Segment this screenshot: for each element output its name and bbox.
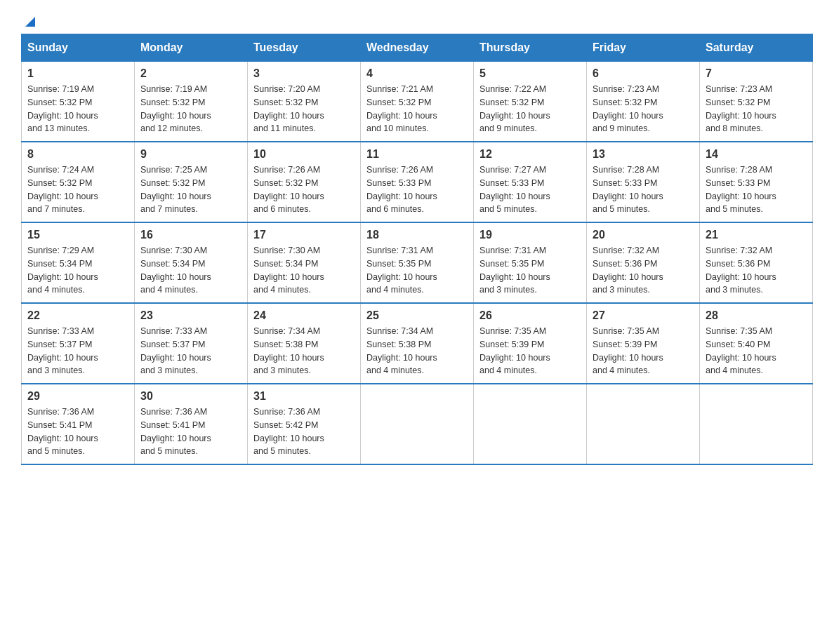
day-number: 14 <box>706 148 807 161</box>
calendar-cell: 8 Sunrise: 7:24 AM Sunset: 5:32 PM Dayli… <box>22 142 135 222</box>
day-number: 20 <box>593 229 694 241</box>
day-info: Sunrise: 7:36 AM Sunset: 5:41 PM Dayligh… <box>140 405 241 458</box>
day-number: 18 <box>366 229 468 241</box>
calendar-cell: 27 Sunrise: 7:35 AM Sunset: 5:39 PM Dayl… <box>587 303 700 384</box>
day-number: 3 <box>253 67 355 80</box>
calendar-cell: 15 Sunrise: 7:29 AM Sunset: 5:34 PM Dayl… <box>22 222 135 303</box>
logo <box>21 14 39 27</box>
col-header-thursday: Thursday <box>474 34 587 62</box>
day-info: Sunrise: 7:30 AM Sunset: 5:34 PM Dayligh… <box>140 244 241 297</box>
calendar-cell: 20 Sunrise: 7:32 AM Sunset: 5:36 PM Dayl… <box>587 222 700 303</box>
calendar-cell: 29 Sunrise: 7:36 AM Sunset: 5:41 PM Dayl… <box>22 384 135 464</box>
day-number: 25 <box>366 309 468 322</box>
day-number: 4 <box>366 67 468 80</box>
day-number: 16 <box>140 229 241 241</box>
day-number: 31 <box>253 390 355 403</box>
calendar-cell: 23 Sunrise: 7:33 AM Sunset: 5:37 PM Dayl… <box>135 303 248 384</box>
day-info: Sunrise: 7:29 AM Sunset: 5:34 PM Dayligh… <box>27 244 128 297</box>
day-number: 21 <box>706 229 807 241</box>
calendar-cell: 9 Sunrise: 7:25 AM Sunset: 5:32 PM Dayli… <box>135 142 248 222</box>
calendar-cell: 31 Sunrise: 7:36 AM Sunset: 5:42 PM Dayl… <box>248 384 361 464</box>
day-number: 1 <box>27 67 128 80</box>
col-header-monday: Monday <box>135 34 248 62</box>
day-info: Sunrise: 7:28 AM Sunset: 5:33 PM Dayligh… <box>593 163 694 216</box>
day-number: 12 <box>479 148 581 161</box>
day-info: Sunrise: 7:26 AM Sunset: 5:33 PM Dayligh… <box>366 163 468 216</box>
day-number: 11 <box>366 148 468 161</box>
day-number: 13 <box>593 148 694 161</box>
calendar-cell: 30 Sunrise: 7:36 AM Sunset: 5:41 PM Dayl… <box>135 384 248 464</box>
day-info: Sunrise: 7:32 AM Sunset: 5:36 PM Dayligh… <box>706 244 807 297</box>
day-number: 23 <box>140 309 241 322</box>
day-info: Sunrise: 7:31 AM Sunset: 5:35 PM Dayligh… <box>479 244 581 297</box>
day-info: Sunrise: 7:23 AM Sunset: 5:32 PM Dayligh… <box>593 83 694 135</box>
calendar-cell: 26 Sunrise: 7:35 AM Sunset: 5:39 PM Dayl… <box>474 303 587 384</box>
calendar-cell: 19 Sunrise: 7:31 AM Sunset: 5:35 PM Dayl… <box>474 222 587 303</box>
day-info: Sunrise: 7:20 AM Sunset: 5:32 PM Dayligh… <box>253 83 355 135</box>
day-number: 9 <box>140 148 241 161</box>
day-number: 7 <box>706 67 807 80</box>
logo-triangle-icon <box>22 14 38 29</box>
calendar-cell <box>361 384 474 464</box>
calendar-cell: 17 Sunrise: 7:30 AM Sunset: 5:34 PM Dayl… <box>248 222 361 303</box>
day-info: Sunrise: 7:26 AM Sunset: 5:32 PM Dayligh… <box>253 163 355 216</box>
day-info: Sunrise: 7:21 AM Sunset: 5:32 PM Dayligh… <box>366 83 468 135</box>
day-info: Sunrise: 7:35 AM Sunset: 5:39 PM Dayligh… <box>479 325 581 377</box>
svg-marker-0 <box>25 17 35 27</box>
calendar-cell: 2 Sunrise: 7:19 AM Sunset: 5:32 PM Dayli… <box>135 62 248 142</box>
day-info: Sunrise: 7:30 AM Sunset: 5:34 PM Dayligh… <box>253 244 355 297</box>
calendar-cell: 14 Sunrise: 7:28 AM Sunset: 5:33 PM Dayl… <box>700 142 813 222</box>
calendar-cell <box>587 384 700 464</box>
day-info: Sunrise: 7:19 AM Sunset: 5:32 PM Dayligh… <box>27 83 128 135</box>
calendar-cell: 11 Sunrise: 7:26 AM Sunset: 5:33 PM Dayl… <box>361 142 474 222</box>
calendar-cell: 25 Sunrise: 7:34 AM Sunset: 5:38 PM Dayl… <box>361 303 474 384</box>
calendar-cell: 6 Sunrise: 7:23 AM Sunset: 5:32 PM Dayli… <box>587 62 700 142</box>
day-number: 6 <box>593 67 694 80</box>
calendar-cell <box>474 384 587 464</box>
day-number: 17 <box>253 229 355 241</box>
calendar-cell: 16 Sunrise: 7:30 AM Sunset: 5:34 PM Dayl… <box>135 222 248 303</box>
day-info: Sunrise: 7:22 AM Sunset: 5:32 PM Dayligh… <box>479 83 581 135</box>
day-number: 26 <box>479 309 581 322</box>
day-number: 27 <box>593 309 694 322</box>
calendar-cell: 1 Sunrise: 7:19 AM Sunset: 5:32 PM Dayli… <box>22 62 135 142</box>
day-number: 29 <box>27 390 128 403</box>
day-info: Sunrise: 7:36 AM Sunset: 5:42 PM Dayligh… <box>253 405 355 458</box>
day-number: 10 <box>253 148 355 161</box>
calendar-cell: 18 Sunrise: 7:31 AM Sunset: 5:35 PM Dayl… <box>361 222 474 303</box>
day-info: Sunrise: 7:34 AM Sunset: 5:38 PM Dayligh… <box>253 325 355 377</box>
day-number: 24 <box>253 309 355 322</box>
day-number: 19 <box>479 229 581 241</box>
day-info: Sunrise: 7:28 AM Sunset: 5:33 PM Dayligh… <box>706 163 807 216</box>
col-header-sunday: Sunday <box>22 34 135 62</box>
calendar-header-row: SundayMondayTuesdayWednesdayThursdayFrid… <box>22 34 813 62</box>
col-header-tuesday: Tuesday <box>248 34 361 62</box>
day-info: Sunrise: 7:35 AM Sunset: 5:39 PM Dayligh… <box>593 325 694 377</box>
calendar-cell: 24 Sunrise: 7:34 AM Sunset: 5:38 PM Dayl… <box>248 303 361 384</box>
calendar-cell: 28 Sunrise: 7:35 AM Sunset: 5:40 PM Dayl… <box>700 303 813 384</box>
calendar-cell: 12 Sunrise: 7:27 AM Sunset: 5:33 PM Dayl… <box>474 142 587 222</box>
day-number: 2 <box>140 67 241 80</box>
calendar-cell: 10 Sunrise: 7:26 AM Sunset: 5:32 PM Dayl… <box>248 142 361 222</box>
day-number: 28 <box>706 309 807 322</box>
calendar-week-row: 15 Sunrise: 7:29 AM Sunset: 5:34 PM Dayl… <box>22 222 813 303</box>
day-number: 22 <box>27 309 128 322</box>
calendar-table: SundayMondayTuesdayWednesdayThursdayFrid… <box>21 34 813 465</box>
calendar-cell <box>700 384 813 464</box>
calendar-cell: 13 Sunrise: 7:28 AM Sunset: 5:33 PM Dayl… <box>587 142 700 222</box>
day-info: Sunrise: 7:33 AM Sunset: 5:37 PM Dayligh… <box>140 325 241 377</box>
page-header <box>21 14 813 27</box>
calendar-week-row: 1 Sunrise: 7:19 AM Sunset: 5:32 PM Dayli… <box>22 62 813 142</box>
calendar-week-row: 29 Sunrise: 7:36 AM Sunset: 5:41 PM Dayl… <box>22 384 813 464</box>
day-info: Sunrise: 7:34 AM Sunset: 5:38 PM Dayligh… <box>366 325 468 377</box>
day-info: Sunrise: 7:33 AM Sunset: 5:37 PM Dayligh… <box>27 325 128 377</box>
calendar-cell: 21 Sunrise: 7:32 AM Sunset: 5:36 PM Dayl… <box>700 222 813 303</box>
calendar-cell: 7 Sunrise: 7:23 AM Sunset: 5:32 PM Dayli… <box>700 62 813 142</box>
day-number: 5 <box>479 67 581 80</box>
calendar-cell: 4 Sunrise: 7:21 AM Sunset: 5:32 PM Dayli… <box>361 62 474 142</box>
day-info: Sunrise: 7:36 AM Sunset: 5:41 PM Dayligh… <box>27 405 128 458</box>
col-header-wednesday: Wednesday <box>361 34 474 62</box>
day-info: Sunrise: 7:35 AM Sunset: 5:40 PM Dayligh… <box>706 325 807 377</box>
day-number: 8 <box>27 148 128 161</box>
calendar-cell: 3 Sunrise: 7:20 AM Sunset: 5:32 PM Dayli… <box>248 62 361 142</box>
